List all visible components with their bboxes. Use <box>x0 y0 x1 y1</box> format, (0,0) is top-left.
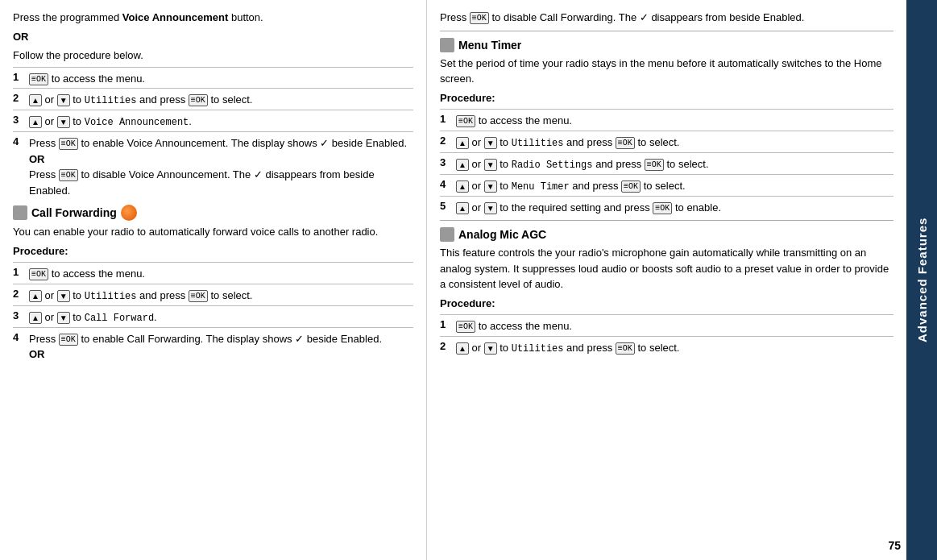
arrow-up-cf3: ▲ <box>29 312 42 324</box>
arrow-dn-mt2: ▼ <box>484 137 497 149</box>
page-number: 75 <box>888 539 901 552</box>
arrow-up-mt5: ▲ <box>456 202 469 214</box>
voice-announcement-bold: Voice Announcement <box>122 11 228 23</box>
arrow-dn-mt3: ▼ <box>484 159 497 171</box>
step-3-num: 3 <box>13 114 26 126</box>
ok-btn-mt1: ≡OK <box>456 115 475 127</box>
step-3-row: 3 ▲ or ▼ to Voice Announcement. <box>13 110 413 130</box>
menu-timer-heading: Menu Timer <box>440 38 893 52</box>
procedure-r1-label: Procedure: <box>440 90 893 106</box>
mt-step-2-content: ▲ or ▼ to Utilities and press ≡OK to sel… <box>456 135 893 151</box>
step-4-content: Press ≡OK to enable Voice Announcement. … <box>29 135 413 198</box>
ok-btn-cf4: ≡OK <box>59 334 78 346</box>
cf-step-3-row: 3 ▲ or ▼ to Call Forward. <box>13 305 413 326</box>
divider-1 <box>440 31 893 31</box>
arrow-dn-2: ▼ <box>57 94 70 106</box>
arrow-up-2: ▲ <box>29 94 42 106</box>
cf-step-4-row: 4 Press ≡OK to enable Call Forwarding. T… <box>13 327 413 363</box>
right-column: Press ≡OK to disable Call Forwarding. Th… <box>427 0 906 560</box>
menu-timer-intro: Set the period of time your radio stays … <box>440 56 893 87</box>
mt-step-3-row: 3 ▲ or ▼ to Radio Settings and press ≡OK… <box>440 152 893 172</box>
cf-step-4-num: 4 <box>13 331 26 343</box>
arrow-dn-3: ▼ <box>57 116 70 128</box>
mt-step-4-content: ▲ or ▼ to Menu Timer and press ≡OK to se… <box>456 178 893 194</box>
ok-btn-4: ≡OK <box>59 138 78 150</box>
procedure-2-label: Procedure: <box>13 243 413 259</box>
ok-btn-cont: ≡OK <box>470 12 489 24</box>
step-4-num: 4 <box>13 135 26 147</box>
side-tab-label: Advanced Features <box>915 218 929 342</box>
arrow-dn-cf2: ▼ <box>57 290 70 302</box>
divider-2 <box>440 220 893 221</box>
mt-step-1-row: 1 ≡OK to access the menu. <box>440 109 893 129</box>
arrow-dn-mt5: ▼ <box>484 202 497 214</box>
intro-text: Press the programmed Voice Announcement … <box>13 10 413 26</box>
step-3-content: ▲ or ▼ to Voice Announcement. <box>29 114 413 130</box>
mt-step-5-content: ▲ or ▼ to the required setting and press… <box>456 200 893 216</box>
cf-step-2-row: 2 ▲ or ▼ to Utilities and press ≡OK to s… <box>13 284 413 304</box>
section-icon-menu-timer <box>440 38 454 52</box>
arrow-up-mt4: ▲ <box>456 180 469 193</box>
ok-btn-mt2: ≡OK <box>616 137 635 149</box>
step-2-content: ▲ or ▼ to Utilities and press ≡OK to sel… <box>29 92 413 108</box>
arrow-up-mt3: ▲ <box>456 159 469 171</box>
ok-btn-mt4: ≡OK <box>621 180 641 193</box>
ok-btn-mt3: ≡OK <box>645 159 664 171</box>
cf-step-2-num: 2 <box>13 288 26 300</box>
procedure-r2-label: Procedure: <box>440 296 893 312</box>
ok-btn-agc2: ≡OK <box>616 342 635 355</box>
ok-btn-2: ≡OK <box>189 94 208 106</box>
or-text-1: OR <box>13 29 413 45</box>
agc-step-2-content: ▲ or ▼ to Utilities and press ≡OK to sel… <box>456 340 893 356</box>
arrow-dn-agc2: ▼ <box>484 342 497 355</box>
step-1-content: ≡OK to access the menu. <box>29 71 413 87</box>
mt-step-2-row: 2 ▲ or ▼ to Utilities and press ≡OK to s… <box>440 131 893 151</box>
mt-step-2-num: 2 <box>440 135 453 147</box>
or-text-cf4: OR <box>29 348 45 360</box>
arrow-up-3: ▲ <box>29 116 42 128</box>
ok-btn-cf2: ≡OK <box>189 290 208 302</box>
menu-timer-title: Menu Timer <box>458 39 521 52</box>
ok-btn-agc1: ≡OK <box>456 321 475 333</box>
ok-btn-1: ≡OK <box>29 73 48 85</box>
ok-btn-4b: ≡OK <box>59 169 78 181</box>
step-1-row: 1 ≡OK to access the menu. <box>13 67 413 87</box>
cf-step-2-content: ▲ or ▼ to Utilities and press ≡OK to sel… <box>29 288 413 304</box>
arrow-up-agc2: ▲ <box>456 342 469 355</box>
analog-mic-heading: Analog Mic AGC <box>440 227 893 242</box>
mt-step-5-num: 5 <box>440 200 453 212</box>
mt-step-3-content: ▲ or ▼ to Radio Settings and press ≡OK t… <box>456 156 893 172</box>
cf-step-3-content: ▲ or ▼ to Call Forward. <box>29 309 413 326</box>
agc-step-2-row: 2 ▲ or ▼ to Utilities and press ≡OK to s… <box>440 336 893 356</box>
section-icon-call-forwarding <box>13 205 27 220</box>
agc-step-2-num: 2 <box>440 340 453 352</box>
or-text-4: OR <box>29 153 45 165</box>
step-2-num: 2 <box>13 92 26 104</box>
agc-step-1-num: 1 <box>440 318 453 330</box>
step-2-row: 2 ▲ or ▼ to Utilities and press ≡OK to s… <box>13 88 413 108</box>
side-tab: Advanced Features <box>906 0 937 560</box>
arrow-up-mt2: ▲ <box>456 137 469 149</box>
left-column: Press the programmed Voice Announcement … <box>0 0 427 560</box>
cf-step-3-num: 3 <box>13 309 26 321</box>
cf-step-1-row: 1 ≡OK to access the menu. <box>13 262 413 282</box>
arrow-dn-cf3: ▼ <box>57 312 70 324</box>
mt-step-1-num: 1 <box>440 113 453 125</box>
ok-btn-cf1: ≡OK <box>29 268 48 280</box>
section-icon-analog-mic <box>440 227 454 242</box>
call-forwarding-icon-orange <box>121 205 137 221</box>
analog-mic-intro: This feature controls the your radio's m… <box>440 245 893 292</box>
agc-step-1-row: 1 ≡OK to access the menu. <box>440 314 893 334</box>
mt-step-3-num: 3 <box>440 156 453 168</box>
cf-step-1-num: 1 <box>13 266 26 278</box>
step-1-num: 1 <box>13 71 26 83</box>
mt-step-1-content: ≡OK to access the menu. <box>456 113 893 129</box>
arrow-dn-mt4: ▼ <box>484 180 497 193</box>
mt-step-4-num: 4 <box>440 178 453 190</box>
call-forwarding-title: Call Forwarding <box>31 206 117 219</box>
cf-step-4-content: Press ≡OK to enable Call Forwarding. The… <box>29 331 413 363</box>
agc-step-1-content: ≡OK to access the menu. <box>456 318 893 334</box>
call-forwarding-heading: Call Forwarding <box>13 205 413 221</box>
arrow-up-cf2: ▲ <box>29 290 42 302</box>
ok-btn-mt5: ≡OK <box>653 202 672 214</box>
